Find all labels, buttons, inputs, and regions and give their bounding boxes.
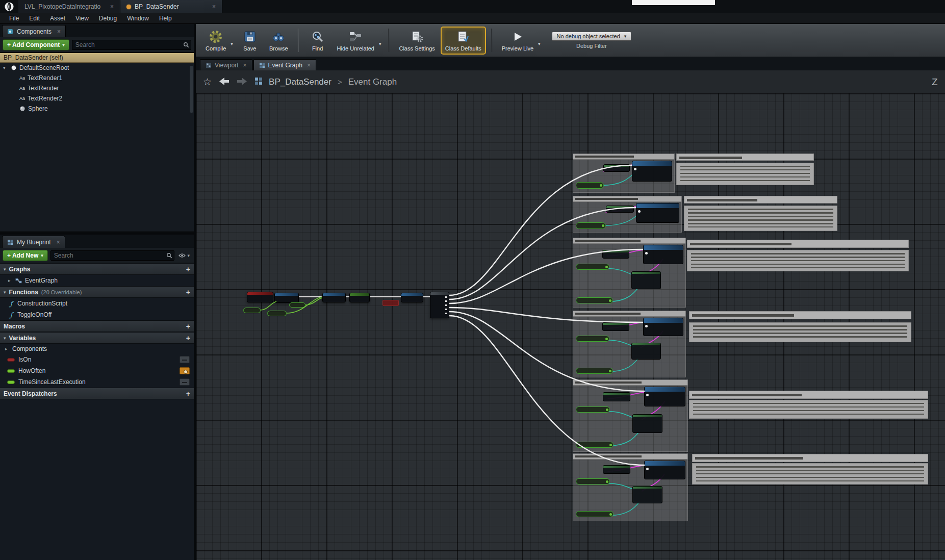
tab-event-graph[interactable]: Event Graph × bbox=[253, 59, 316, 70]
section-functions[interactable]: ▾ Functions (20 Overridable) + bbox=[0, 286, 194, 298]
my-blueprint-search-input[interactable] bbox=[50, 250, 175, 261]
menu-window[interactable]: Window bbox=[122, 14, 154, 23]
section-variables[interactable]: ▾ Variables + bbox=[0, 332, 194, 344]
comment-group[interactable] bbox=[573, 453, 688, 521]
getter-node[interactable] bbox=[576, 222, 606, 229]
graph-node-main[interactable] bbox=[643, 318, 683, 336]
exec-output-pins[interactable] bbox=[445, 296, 447, 315]
event-node[interactable] bbox=[247, 292, 273, 302]
menu-file[interactable]: File bbox=[4, 14, 24, 23]
expander-arrow-icon[interactable]: ▾ bbox=[3, 65, 8, 70]
scrollbar[interactable] bbox=[190, 66, 193, 113]
forward-arrow-icon[interactable] bbox=[236, 77, 248, 87]
graph-node[interactable] bbox=[606, 206, 634, 213]
list-item-eventgraph[interactable]: ▸ EventGraph bbox=[0, 275, 194, 286]
getter-node[interactable] bbox=[576, 368, 613, 374]
tab-components[interactable]: Components × bbox=[2, 25, 66, 37]
menu-help[interactable]: Help bbox=[154, 14, 177, 23]
comment-note-title[interactable] bbox=[692, 454, 928, 462]
hide-unrelated-button[interactable]: Hide Unrelated bbox=[334, 28, 378, 54]
section-event-dispatchers[interactable]: Event Dispatchers + bbox=[0, 388, 194, 399]
add-function-button[interactable]: + bbox=[186, 289, 190, 296]
graph-node[interactable] bbox=[603, 392, 630, 401]
graph-node[interactable] bbox=[322, 293, 346, 302]
expander-arrow-icon[interactable]: ▸ bbox=[5, 346, 9, 351]
variable-howoften[interactable]: HowOften bbox=[0, 365, 194, 376]
add-event-dispatcher-button[interactable]: + bbox=[186, 390, 190, 397]
getter-node[interactable] bbox=[243, 308, 261, 313]
expander-arrow-icon[interactable]: ▸ bbox=[8, 278, 12, 283]
tree-item-sphere[interactable]: Sphere bbox=[0, 104, 194, 114]
visibility-filter-button[interactable]: ▾ bbox=[177, 253, 191, 258]
comment-group[interactable] bbox=[573, 154, 675, 193]
getter-node[interactable] bbox=[576, 511, 614, 517]
menu-asset[interactable]: Asset bbox=[45, 14, 70, 23]
graph-node-main[interactable] bbox=[643, 245, 683, 264]
comment-note-body[interactable] bbox=[676, 163, 814, 185]
comment-group[interactable] bbox=[573, 196, 682, 233]
comment-note-title[interactable] bbox=[689, 311, 911, 319]
graph-node[interactable] bbox=[401, 293, 423, 302]
add-component-button[interactable]: + Add Component ▾ bbox=[3, 39, 69, 50]
close-icon[interactable]: × bbox=[57, 28, 61, 35]
getter-node[interactable] bbox=[576, 442, 614, 448]
close-icon[interactable]: × bbox=[307, 62, 311, 69]
comment-group[interactable] bbox=[573, 379, 688, 452]
section-graphs[interactable]: ▾ Graphs + bbox=[0, 263, 194, 275]
category-components[interactable]: ▸ Components bbox=[0, 344, 194, 354]
comment-note-title[interactable] bbox=[676, 154, 814, 161]
save-button[interactable]: Save bbox=[237, 28, 263, 54]
comment-note-body[interactable] bbox=[684, 206, 837, 231]
add-macro-button[interactable]: + bbox=[186, 323, 190, 330]
find-button[interactable]: Find bbox=[305, 28, 330, 54]
getter-node[interactable] bbox=[576, 336, 609, 342]
debug-object-dropdown[interactable]: No debug object selected ▾ bbox=[552, 32, 632, 41]
eye-closed-icon[interactable] bbox=[180, 378, 190, 386]
add-new-button[interactable]: + Add New ▾ bbox=[3, 250, 48, 261]
getter-node[interactable] bbox=[576, 297, 613, 303]
class-settings-button[interactable]: Class Settings bbox=[395, 28, 438, 54]
graph-node-main[interactable] bbox=[636, 203, 679, 223]
getter-node[interactable] bbox=[576, 182, 604, 189]
add-variable-button[interactable]: + bbox=[186, 335, 190, 342]
graph-node[interactable] bbox=[602, 322, 629, 331]
comment-note-title[interactable] bbox=[684, 196, 837, 203]
hide-unrelated-caret-icon[interactable]: ▾ bbox=[379, 34, 381, 46]
variable-ison[interactable]: IsOn bbox=[0, 354, 194, 365]
menu-debug[interactable]: Debug bbox=[94, 14, 122, 23]
tree-item-defaultsceneroot[interactable]: ▾ DefaultSceneRoot bbox=[0, 63, 194, 73]
graph-node[interactable] bbox=[602, 250, 629, 259]
graph-node[interactable] bbox=[631, 343, 660, 360]
graph-node[interactable] bbox=[349, 293, 370, 302]
preview-live-caret-icon[interactable]: ▾ bbox=[538, 34, 541, 46]
close-icon[interactable]: × bbox=[57, 239, 60, 246]
unreal-engine-logo-icon[interactable] bbox=[0, 0, 18, 13]
variable-timesincelastexecution[interactable]: TimeSinceLastExecution bbox=[0, 376, 194, 388]
getter-node[interactable] bbox=[289, 302, 305, 308]
tab-my-blueprint[interactable]: My Blueprint × bbox=[2, 236, 65, 248]
tree-item-textrender[interactable]: Aa TextRender bbox=[0, 83, 194, 93]
components-search-input[interactable] bbox=[72, 40, 191, 50]
sequence-node[interactable] bbox=[430, 292, 449, 318]
tab-viewport[interactable]: Viewport × bbox=[200, 59, 252, 70]
graph-node[interactable] bbox=[631, 271, 660, 289]
chevron-down-icon[interactable]: ▾ bbox=[4, 267, 6, 272]
graph-node-main[interactable] bbox=[644, 387, 685, 406]
tree-item-textrender2[interactable]: Aa TextRender2 bbox=[0, 93, 194, 104]
preview-live-button[interactable]: Preview Live bbox=[498, 28, 537, 54]
favorite-star-icon[interactable]: ☆ bbox=[203, 76, 212, 88]
graph-node[interactable] bbox=[632, 414, 662, 432]
graph-node-main[interactable] bbox=[632, 161, 672, 182]
compile-button[interactable]: Compile bbox=[202, 28, 229, 54]
graph-node-main[interactable] bbox=[644, 461, 685, 479]
close-icon[interactable]: × bbox=[243, 62, 246, 69]
tree-item-self[interactable]: BP_DataSender (self) bbox=[0, 53, 194, 63]
graph-node[interactable] bbox=[603, 465, 630, 474]
comment-note-body[interactable] bbox=[689, 322, 911, 342]
add-graph-button[interactable]: + bbox=[186, 266, 190, 273]
tab-bp-datasender[interactable]: BP_DataSender × bbox=[120, 0, 222, 13]
browse-button[interactable]: Browse bbox=[266, 28, 292, 54]
list-item-toggleonoff[interactable]: ƒ ToggleOnOff bbox=[0, 309, 194, 320]
section-macros[interactable]: Macros + bbox=[0, 320, 194, 332]
getter-node[interactable] bbox=[576, 264, 609, 270]
